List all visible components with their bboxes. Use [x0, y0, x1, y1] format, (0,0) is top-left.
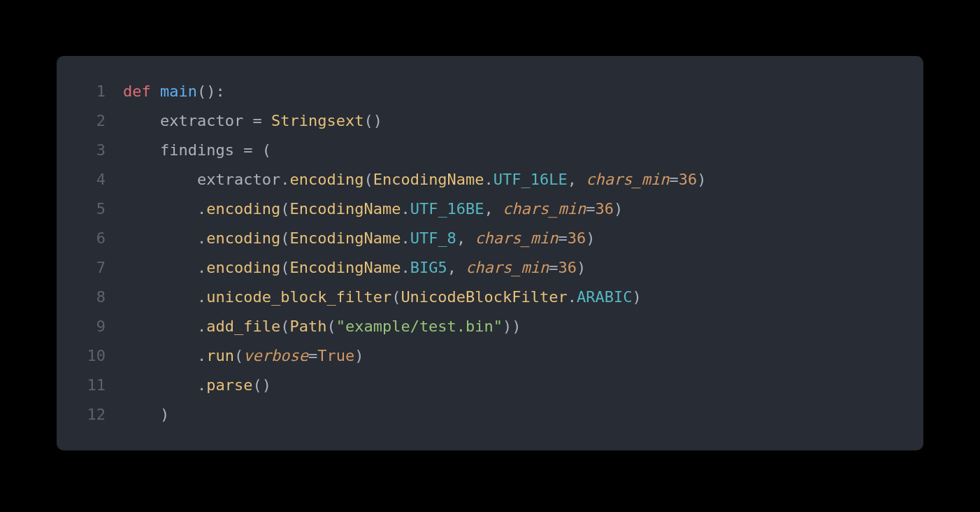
code-token: .: [197, 259, 206, 276]
code-token: [123, 318, 197, 335]
code-token: .: [197, 288, 206, 306]
code-token: =: [252, 112, 261, 129]
code-line: 4 extractor.encoding(EncodingName.UTF_16…: [78, 165, 895, 194]
code-content: .add_file(Path("example/test.bin")): [123, 312, 521, 341]
code-token: [123, 406, 160, 423]
code-token: encoding: [206, 259, 280, 276]
code-token: 36: [679, 171, 698, 188]
code-token: def: [123, 83, 160, 100]
line-number: 6: [78, 224, 106, 253]
code-line: 6 .encoding(EncodingName.UTF_8, chars_mi…: [78, 224, 895, 253]
code-token: .: [401, 200, 410, 218]
code-line: 3 findings = (: [78, 136, 895, 165]
code-token: [123, 229, 197, 247]
code-token: (: [280, 259, 289, 276]
code-token: ,: [568, 171, 586, 188]
code-token: [123, 141, 160, 159]
line-number: 1: [78, 77, 106, 106]
code-token: .: [401, 229, 410, 247]
code-token: chars_min: [466, 259, 549, 276]
code-token: verbose: [243, 347, 308, 364]
line-number: 12: [78, 400, 106, 429]
code-token: =: [586, 200, 595, 218]
code-line: 9 .add_file(Path("example/test.bin")): [78, 312, 895, 341]
code-token: .: [197, 376, 206, 394]
line-number: 11: [78, 371, 106, 400]
code-content: .run(verbose=True): [123, 341, 363, 371]
code-token: .: [197, 229, 206, 247]
code-token: EncodingName: [289, 259, 401, 276]
line-number: 5: [78, 194, 106, 224]
code-content: extractor = Stringsext(): [123, 106, 382, 136]
code-token: =: [243, 141, 252, 159]
code-line: 10 .run(verbose=True): [78, 341, 895, 371]
code-token: (: [391, 288, 401, 306]
code-line: 11 .parse(): [78, 371, 895, 400]
code-token: (: [234, 347, 243, 364]
line-number: 7: [78, 253, 106, 283]
line-number: 10: [78, 341, 106, 371]
code-token: =: [559, 229, 568, 247]
code-token: [123, 200, 197, 218]
code-content: .parse(): [123, 371, 271, 400]
code-token: ): [577, 259, 586, 276]
code-content: ): [123, 400, 169, 429]
line-number: 2: [78, 106, 106, 136]
code-token: =: [670, 171, 679, 188]
code-token: 36: [596, 200, 614, 218]
code-token: True: [317, 347, 354, 364]
code-line: 5 .encoding(EncodingName.UTF_16BE, chars…: [78, 194, 895, 224]
code-content: extractor.encoding(EncodingName.UTF_16LE…: [123, 165, 707, 194]
code-token: ARABIC: [577, 288, 632, 306]
code-token: EncodingName: [289, 200, 401, 218]
code-token: ): [160, 406, 169, 423]
line-number: 9: [78, 312, 106, 341]
code-token: encoding: [206, 200, 280, 218]
code-token: (: [326, 318, 336, 335]
code-block: 1def main():2 extractor = Stringsext()3 …: [57, 56, 923, 450]
code-token: ():: [197, 83, 225, 100]
code-token: (: [280, 318, 289, 335]
code-token: Stringsext: [271, 112, 363, 129]
code-token: ): [614, 200, 623, 218]
code-token: add_file: [206, 318, 280, 335]
code-token: [123, 347, 197, 364]
code-token: chars_min: [503, 200, 586, 218]
code-token: chars_min: [586, 171, 669, 188]
code-token: .: [401, 259, 410, 276]
code-token: .: [197, 200, 206, 218]
code-token: (: [252, 141, 271, 159]
code-token: [123, 171, 197, 188]
code-token: BIG5: [410, 259, 447, 276]
code-token: Path: [289, 318, 326, 335]
code-token: ): [697, 171, 706, 188]
code-token: [123, 259, 197, 276]
code-token: .: [197, 318, 206, 335]
code-content: .encoding(EncodingName.UTF_8, chars_min=…: [123, 224, 596, 253]
code-content: .encoding(EncodingName.BIG5, chars_min=3…: [123, 253, 586, 283]
code-content: .unicode_block_filter(UnicodeBlockFilter…: [123, 283, 642, 312]
code-token: chars_min: [475, 229, 558, 247]
code-token: findings: [160, 141, 243, 159]
code-line: 2 extractor = Stringsext(): [78, 106, 895, 136]
code-token: ,: [484, 200, 503, 218]
code-token: unicode_block_filter: [206, 288, 391, 306]
code-token: parse: [206, 376, 252, 394]
code-token: encoding: [206, 229, 280, 247]
code-token: main: [160, 83, 197, 100]
code-token: 36: [559, 259, 577, 276]
code-content: findings = (: [123, 136, 271, 165]
code-token: [123, 376, 197, 394]
code-token: extractor: [160, 112, 252, 129]
line-number: 4: [78, 165, 106, 194]
code-token: 36: [568, 229, 586, 247]
code-token: (: [280, 229, 289, 247]
code-token: (: [363, 171, 373, 188]
code-token: "example/test.bin": [336, 318, 503, 335]
code-token: .: [484, 171, 493, 188]
code-token: (): [363, 112, 382, 129]
code-line: 12 ): [78, 400, 895, 429]
code-token: EncodingName: [373, 171, 484, 188]
code-content: def main():: [123, 77, 225, 106]
code-token: [123, 112, 160, 129]
